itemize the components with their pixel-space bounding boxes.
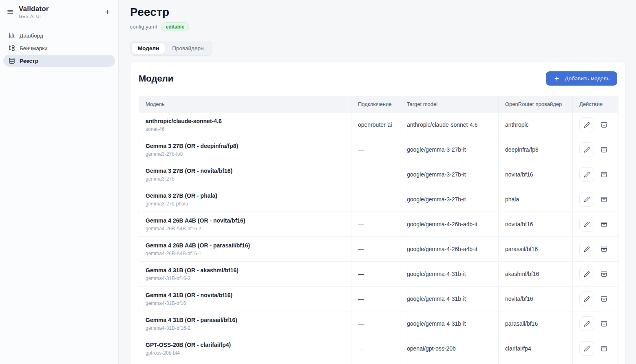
archive-button[interactable] [598, 318, 610, 330]
tab-bar: Модели Провайдеры [130, 41, 212, 56]
archive-button[interactable] [598, 193, 610, 205]
edit-button[interactable] [579, 267, 594, 281]
model-id: gemma3-27b-phala [146, 201, 344, 207]
archive-button[interactable] [598, 168, 610, 181]
model-name: Gemma 4 31B (OR - akashml/bf16) [146, 267, 344, 274]
model-cell: Gemma 3 27B (OR - phala) gemma3-27b-phal… [139, 187, 351, 212]
pencil-icon [584, 147, 590, 153]
openrouter-provider-cell [499, 361, 573, 364]
app-title: Validator [19, 5, 49, 13]
model-cell: GPT-OSS-20B (OR - clarifai/fp4) gpt-oss-… [139, 336, 351, 361]
sidebar-item-label: Реестр [20, 58, 38, 64]
archive-icon [601, 196, 607, 203]
archive-button[interactable] [598, 293, 610, 305]
pencil-icon [584, 196, 590, 203]
edit-button[interactable] [579, 316, 594, 331]
model-name: Gemma 3 27B (OR - phala) [146, 192, 344, 199]
table-row: GPT-OSS-20B (OR - clarifai/fp4) gpt-oss-… [139, 336, 618, 361]
sidebar-item-dashboard[interactable]: Дашборд [3, 29, 115, 42]
target-model-cell: google/gemma-4-31b-it [400, 262, 499, 287]
actions-cell [573, 137, 618, 162]
archive-icon [601, 296, 607, 302]
archive-button[interactable] [598, 143, 610, 156]
table-row: Gemma 3 27B (OR - phala) gemma3-27b-phal… [139, 187, 618, 212]
pencil-icon [584, 221, 590, 227]
connection-cell: — [351, 187, 400, 212]
openrouter-provider-cell: phala [499, 187, 573, 212]
pencil-icon [584, 122, 590, 128]
connection-cell: — [351, 287, 400, 311]
model-name: Gemma 3 27B (OR - deepinfra/fp8) [146, 143, 344, 149]
edit-button[interactable] [579, 217, 594, 232]
sidebar-item-registry[interactable]: Реестр [3, 55, 115, 67]
models-table-body: anthropic/claude-sonnet-4.6 sonet-46 ope… [139, 113, 618, 364]
model-name: anthropic/claude-sonnet-4.6 [146, 118, 344, 124]
edit-button[interactable] [579, 341, 594, 356]
sidebar-item-label: Дашборд [20, 33, 43, 39]
target-model-cell: anthropic/claude-sonnet-4.6 [400, 113, 499, 137]
column-header-actions: Действия [573, 96, 618, 113]
actions-cell [573, 336, 618, 361]
pencil-icon [584, 296, 590, 302]
edit-button[interactable] [579, 291, 594, 306]
menu-icon[interactable] [6, 7, 15, 16]
model-name: Gemma 3 27B (OR - novita/bf16) [146, 168, 344, 174]
file-meta-row: config.yaml editable [130, 22, 626, 31]
pencil-icon [584, 321, 590, 327]
model-cell: Gemma 3 27B (OR - deepinfra/fp8) gemma3-… [139, 137, 351, 162]
pencil-icon [584, 172, 590, 178]
openrouter-provider-cell: novita/bf16 [499, 162, 573, 187]
actions-cell [573, 287, 618, 311]
archive-button[interactable] [598, 268, 610, 280]
app-title-block: Validator GES-AI UI [19, 5, 49, 19]
edit-button[interactable] [579, 142, 594, 157]
models-table: Модель Подключение Target model OpenRout… [139, 96, 618, 364]
sidebar-item-benchmarks[interactable]: Бенчмарки [3, 42, 115, 54]
archive-button[interactable] [598, 218, 610, 230]
add-icon[interactable] [103, 8, 112, 16]
edit-button[interactable] [579, 242, 594, 256]
model-id: gemma4-31B-bf16-2 [146, 325, 344, 331]
model-id: gemma4-31B-bf16 [146, 300, 344, 306]
sidebar-header: Validator GES-AI UI [0, 0, 118, 24]
column-header-model: Модель [139, 96, 351, 113]
table-header: Модель Подключение Target model OpenRout… [139, 96, 618, 113]
target-model-cell: google/gemma-4-26b-a4b-it [400, 212, 499, 237]
pencil-icon [584, 246, 590, 252]
add-model-button[interactable]: Добавить модель [546, 71, 617, 86]
actions-cell [573, 237, 618, 262]
archive-button[interactable] [598, 243, 610, 255]
archive-button[interactable] [598, 342, 610, 355]
target-model-cell: google/gemma-4-31b-it [400, 287, 499, 311]
model-cell: anthropic/claude-sonnet-4.6 sonet-46 [139, 113, 351, 137]
edit-button[interactable] [579, 117, 594, 132]
pencil-icon [584, 346, 590, 352]
model-id: gpt-oss-20b-bf4 [146, 350, 344, 356]
actions-cell [573, 361, 618, 364]
tab-models[interactable]: Модели [132, 42, 165, 54]
table-row: anthropic/claude-sonnet-4.6 sonet-46 ope… [139, 113, 618, 137]
model-name: GPT-OSS-20B (OR - clarifai/fp4) [146, 342, 344, 348]
edit-button[interactable] [579, 167, 594, 182]
archive-icon [601, 271, 607, 278]
target-model-cell: google/gemma-3-27b-it [400, 137, 499, 162]
openrouter-provider-cell: novita/bf16 [499, 212, 573, 237]
target-model-cell: google/gemma-4-26b-a4b-it [400, 237, 499, 262]
actions-cell [573, 212, 618, 237]
model-cell: Gemma 4 26B A4B (OR - novita/bf16) gemma… [139, 212, 351, 237]
archive-button[interactable] [598, 119, 610, 131]
model-id: gemma4-26B-A4B-bf16-1 [146, 251, 344, 256]
model-name: Gemma 4 26B A4B (OR - parasail/bf16) [146, 242, 344, 249]
target-model-cell [400, 361, 499, 364]
sidebar-item-label: Бенчмарки [20, 45, 48, 51]
column-header-connection: Подключение [351, 96, 400, 113]
tab-providers[interactable]: Провайдеры [166, 42, 210, 54]
folder-tree-icon [9, 45, 15, 51]
edit-button[interactable] [579, 192, 594, 207]
sidebar-nav: Дашборд Бенчмарки Реестр [0, 24, 118, 67]
sidebar: Validator GES-AI UI Дашборд Бенчмарки Ре… [0, 0, 119, 364]
archive-icon [601, 320, 607, 327]
file-name: config.yaml [130, 24, 157, 30]
connection-cell: — [351, 237, 400, 262]
actions-cell [573, 187, 618, 212]
